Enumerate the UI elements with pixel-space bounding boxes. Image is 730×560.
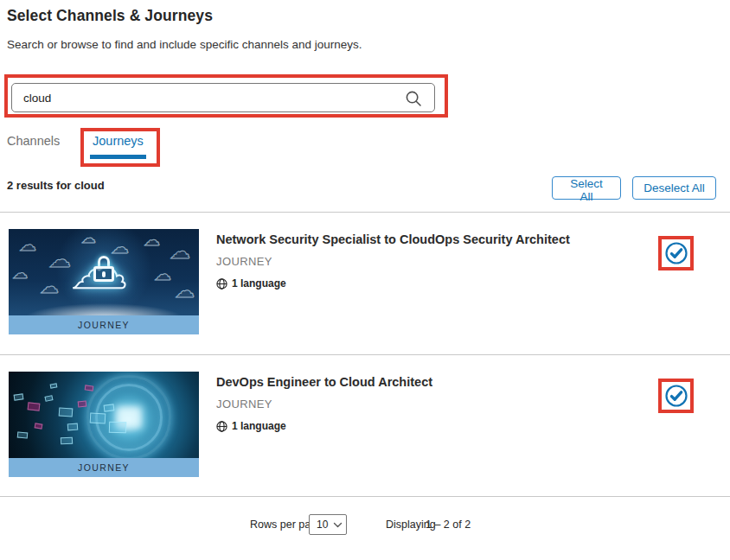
divider bbox=[0, 354, 730, 355]
globe-icon bbox=[216, 421, 227, 432]
tab-journeys[interactable]: Journeys bbox=[93, 134, 144, 148]
search-input[interactable] bbox=[12, 84, 434, 111]
language-info: 1 language bbox=[216, 277, 286, 290]
journey-thumbnail[interactable]: JOURNEY bbox=[9, 372, 199, 477]
search-icon[interactable] bbox=[405, 90, 422, 107]
divider bbox=[0, 212, 730, 213]
language-count: 1 language bbox=[232, 277, 286, 290]
select-channels-journeys-dialog: Select Channels & Journeys Search or bro… bbox=[0, 0, 730, 560]
globe-icon bbox=[216, 278, 227, 290]
divider bbox=[0, 496, 730, 497]
check-circle-icon[interactable] bbox=[664, 384, 688, 408]
deselect-all-button[interactable]: Deselect All bbox=[632, 176, 716, 200]
language-info: 1 language bbox=[216, 420, 286, 432]
result-row-network-security: ☁ ☁ ☁ ☁ ☁ ☁ ☁ ☁ ☁ ☁ ☁ JOURNEY Network Se… bbox=[0, 229, 730, 334]
page-subtitle: Search or browse to find and include spe… bbox=[7, 38, 362, 51]
check-circle-icon[interactable] bbox=[664, 241, 688, 265]
tab-channels[interactable]: Channels bbox=[7, 134, 60, 148]
language-count: 1 language bbox=[232, 420, 286, 432]
page-title: Select Channels & Journeys bbox=[7, 7, 213, 25]
content-type-label: JOURNEY bbox=[216, 255, 272, 268]
active-tab-underline bbox=[90, 155, 146, 159]
journey-thumbnail[interactable]: ☁ ☁ ☁ ☁ ☁ ☁ ☁ ☁ ☁ ☁ ☁ JOURNEY bbox=[9, 229, 199, 334]
thumbnail-type-banner: JOURNEY bbox=[9, 315, 199, 334]
rows-per-page-select[interactable]: 10 bbox=[309, 514, 347, 535]
result-row-devops: JOURNEY DevOps Engineer to Cloud Archite… bbox=[0, 372, 730, 477]
search-box bbox=[11, 83, 435, 112]
cloud-security-image: ☁ ☁ ☁ ☁ ☁ ☁ ☁ ☁ ☁ ☁ ☁ bbox=[9, 229, 199, 315]
journey-title[interactable]: Network Security Specialist to CloudOps … bbox=[216, 232, 623, 246]
select-all-button[interactable]: Select All bbox=[552, 176, 621, 200]
thumbnail-type-banner: JOURNEY bbox=[9, 458, 199, 477]
journey-title[interactable]: DevOps Engineer to Cloud Architect bbox=[216, 375, 623, 389]
displaying-range: 1 – 2 of 2 bbox=[426, 519, 471, 531]
cloud-data-image bbox=[9, 372, 199, 458]
results-summary: 2 results for cloud bbox=[7, 179, 105, 192]
content-type-label: JOURNEY bbox=[216, 398, 272, 410]
